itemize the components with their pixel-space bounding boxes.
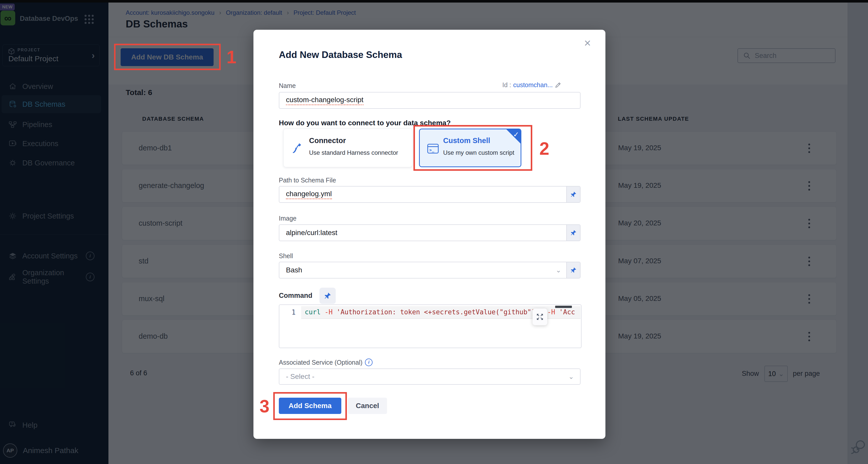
chat-bubbles-icon [851, 439, 866, 454]
pin-icon [570, 191, 577, 198]
pin-icon [324, 292, 332, 299]
name-value: custom-changelog-script [286, 96, 363, 105]
add-schema-modal: × Add New Database Schema Name Id : cust… [253, 30, 606, 439]
option-connector-card[interactable]: Connector Use standard Harness connector [283, 128, 412, 167]
chevron-down-icon: ⌄ [556, 266, 561, 274]
pin-toggle[interactable] [566, 262, 580, 278]
name-label: Name [279, 82, 296, 89]
id-label: Id : [502, 81, 511, 89]
window-top-strip [0, 0, 868, 3]
support-chat-button[interactable] [850, 439, 866, 455]
path-label: Path to Schema File [279, 177, 336, 184]
info-icon: i [365, 358, 373, 366]
code-scrollbar-thumb[interactable] [555, 306, 572, 308]
annotation-number-3: 3 [259, 396, 270, 416]
modal-title: Add New Database Schema [279, 50, 402, 60]
id-value-link[interactable]: customchan... [513, 81, 553, 89]
code-expand-button[interactable] [532, 309, 547, 325]
shell-label: Shell [279, 252, 293, 260]
expand-icon [536, 313, 544, 321]
path-input[interactable]: changelog.yml [279, 186, 581, 203]
line-number: 1 [279, 309, 296, 316]
connector-title: Connector [309, 137, 346, 145]
command-label: Command [279, 292, 312, 299]
shell-value: Bash [286, 266, 302, 274]
service-value: - Select - [286, 373, 314, 381]
pin-icon [570, 267, 577, 273]
annotation-number-1: 1 [226, 47, 237, 67]
edit-pencil-icon[interactable] [555, 82, 561, 88]
image-value: alpine/curl:latest [286, 229, 337, 237]
service-label: Associated Service (Optional) [279, 359, 362, 366]
pin-icon [570, 229, 577, 236]
connector-icon [291, 142, 304, 154]
annotation-number-2: 2 [539, 139, 549, 159]
service-select[interactable]: - Select - ⌄ [279, 369, 581, 385]
image-input[interactable]: alpine/curl:latest [279, 224, 581, 241]
chevron-down-icon: ⌄ [568, 373, 574, 381]
image-label: Image [279, 215, 297, 222]
command-pin-button[interactable] [319, 288, 336, 304]
service-label-row: Associated Service (Optional) i [279, 358, 373, 366]
close-icon[interactable]: × [583, 37, 592, 49]
annotation-box-1 [114, 44, 221, 70]
pin-toggle[interactable] [566, 186, 580, 202]
pin-toggle[interactable] [566, 225, 580, 241]
id-row: Id : customchan... [502, 81, 561, 89]
app-root: NEW ∞ Database DevOps PROJECT Default Pr… [0, 0, 868, 464]
shell-select[interactable]: Bash ⌄ [279, 262, 581, 279]
name-input[interactable]: custom-changelog-script [279, 92, 581, 109]
cancel-button[interactable]: Cancel [348, 398, 387, 414]
connector-subtitle: Use standard Harness connector [309, 149, 398, 156]
path-value: changelog.yml [286, 190, 332, 199]
annotation-box-3 [273, 392, 347, 420]
annotation-box-2 [413, 125, 532, 171]
